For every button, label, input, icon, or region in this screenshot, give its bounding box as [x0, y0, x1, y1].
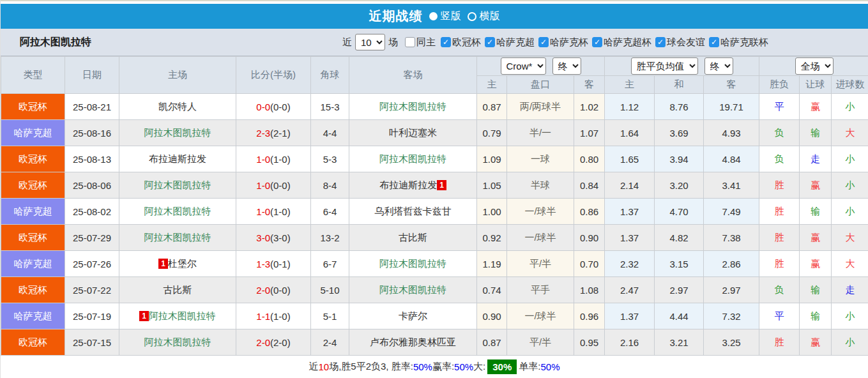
odds-time-select-1[interactable]: 终	[552, 57, 581, 75]
summary-segment: 近	[308, 361, 318, 373]
home-team-name[interactable]: 杜堡尔	[168, 258, 197, 269]
away-team-name[interactable]: 卡萨尔	[399, 310, 427, 321]
league-filter[interactable]: ✓球会友谊	[651, 36, 705, 49]
result-cell: 胜	[759, 199, 800, 225]
odds-cell: 0.80	[574, 146, 605, 172]
checkbox-checked-icon[interactable]: ✓	[655, 37, 666, 47]
home-team-name[interactable]: 布拉迪斯拉发	[149, 153, 206, 164]
odds-cell: 1.08	[574, 277, 605, 303]
avg-odds-cell: 1.37	[605, 303, 655, 329]
home-team-name[interactable]: 古比斯	[164, 284, 192, 295]
avg-odds-cell: 4.70	[655, 199, 704, 225]
halftime-score: (0-1)	[270, 259, 291, 269]
away-team-name[interactable]: 卢布尔雅那奥林匹亚	[370, 336, 456, 347]
avg-odds-cell: 1.37	[605, 225, 655, 251]
corners-cell: 6-4	[311, 199, 349, 225]
odds-source-select[interactable]: Crow*	[501, 57, 546, 75]
layout-vertical-label[interactable]: 竖版	[441, 10, 461, 23]
layout-horizontal-label[interactable]: 横版	[480, 10, 500, 23]
handicap-result-cell: 赢	[800, 172, 832, 199]
avg-odds-cell: 4.84	[704, 146, 759, 172]
odds-cell: 0.87	[477, 94, 507, 120]
home-team-cell: 阿拉木图凯拉特	[119, 120, 236, 146]
away-team-name[interactable]: 阿拉木图凯拉特	[379, 153, 446, 164]
handicap-result-cell: 赢	[800, 225, 832, 251]
handicap-cell: 两/两球半	[507, 94, 574, 120]
fulltime-score: 2-3	[256, 128, 270, 139]
fulltime-score: 1-0	[256, 206, 270, 217]
goals-result-cell: 走	[832, 277, 868, 303]
league-filter[interactable]: ✓哈萨克超	[481, 36, 535, 49]
checkbox-checked-icon[interactable]: ✓	[441, 37, 451, 47]
away-team-name[interactable]: 叶利迈塞米	[389, 127, 437, 138]
col-header-corner: 角球	[311, 57, 349, 94]
layout-option-horizontal[interactable]: 横版	[468, 10, 500, 23]
date-cell: 25-07-15	[65, 329, 119, 356]
same-home-checkbox[interactable]	[405, 37, 415, 47]
score-cell: 1-0(0-0)	[236, 172, 311, 199]
recent-count-select[interactable]: 10	[355, 34, 385, 50]
odds-cell: 0.74	[477, 277, 507, 303]
summary-segment: 30%	[487, 359, 517, 374]
checkbox-checked-icon[interactable]: ✓	[709, 37, 719, 47]
halftime-score: (1-0)	[270, 206, 291, 217]
home-team-name[interactable]: 阿拉木图凯拉特	[144, 232, 211, 243]
league-filter[interactable]: ✓哈萨克杯	[535, 36, 588, 49]
handicap-cell: 一/球半	[507, 199, 574, 225]
home-team-name[interactable]: 阿拉木图凯拉特	[144, 206, 211, 216]
same-home-label: 同主	[416, 36, 436, 49]
away-team-name[interactable]: 布拉迪斯拉发	[379, 179, 437, 190]
date-cell: 25-08-21	[65, 94, 119, 120]
league-filter-label: 哈萨克超	[496, 36, 535, 49]
away-team-name[interactable]: 古比斯	[399, 232, 427, 243]
avg-odds-cell: 3.94	[655, 146, 704, 172]
score-cell: 2-0(0-0)	[236, 277, 311, 303]
date-cell: 25-07-29	[65, 225, 119, 251]
same-home-filter[interactable]: 同主	[401, 36, 436, 49]
avg-odds-cell: 2.97	[704, 277, 759, 303]
avg-odds-cell: 3.25	[704, 329, 759, 356]
handicap-result-cell: 输	[800, 303, 832, 329]
halftime-score: (3-0)	[270, 232, 291, 243]
layout-option-vertical[interactable]: 竖版	[429, 10, 461, 23]
result-cell: 平	[759, 303, 800, 329]
rank-badge: 1	[158, 259, 168, 269]
home-team-name[interactable]: 阿拉木图凯拉特	[144, 179, 211, 190]
odds-select-group: Crow* 终	[477, 57, 605, 76]
result-cell: 负	[759, 277, 800, 303]
radio-unselected-icon[interactable]	[468, 12, 476, 21]
away-team-name[interactable]: 乌利塔哲兹卡兹甘	[375, 206, 452, 216]
handicap-result-cell: 走	[800, 146, 832, 172]
home-team-name[interactable]: 阿拉木图凯拉特	[149, 310, 216, 321]
league-filter[interactable]: ✓哈萨克超杯	[588, 36, 651, 49]
league-cell: 欧冠杯	[1, 146, 65, 172]
league-filter[interactable]: ✓欧冠杯	[437, 36, 481, 49]
score-cell: 1-1(1-0)	[236, 303, 311, 329]
date-cell: 25-08-06	[65, 172, 119, 199]
summary-segment: 50%	[413, 361, 432, 372]
home-team-cell: 阿拉木图凯拉特	[119, 329, 236, 356]
away-team-name[interactable]: 阿拉木图凯拉特	[379, 101, 446, 112]
checkbox-checked-icon[interactable]: ✓	[485, 37, 495, 47]
away-team-name[interactable]: 阿拉木图凯拉特	[379, 284, 446, 295]
home-team-name[interactable]: 阿拉木图凯拉特	[144, 127, 211, 138]
col-header-home: 主场	[119, 57, 236, 94]
odds-time-select-2[interactable]: 终	[704, 57, 733, 75]
league-cell: 哈萨克超	[1, 120, 65, 146]
avg-odds-cell: 2.14	[605, 172, 655, 199]
radio-selected-icon[interactable]	[429, 12, 438, 20]
handicap-result-cell: 输	[800, 277, 832, 303]
halftime-score: (1-0)	[270, 311, 291, 322]
away-team-name[interactable]: 阿拉木图凯拉特	[379, 258, 446, 269]
checkbox-checked-icon[interactable]: ✓	[592, 37, 602, 47]
away-team-cell: 卡萨尔	[349, 303, 477, 329]
home-team-name[interactable]: 凯尔特人	[158, 101, 197, 112]
league-filter-label: 哈萨克联杯	[720, 36, 768, 49]
home-team-name[interactable]: 阿拉木图凯拉特	[144, 336, 211, 347]
away-team-cell: 乌利塔哲兹卡兹甘	[349, 199, 477, 225]
league-filter[interactable]: ✓哈萨克联杯	[705, 36, 768, 49]
halftime-score: (2-1)	[270, 128, 291, 139]
scope-select[interactable]: 全场	[795, 57, 834, 75]
avg-type-select[interactable]: 胜平负均值	[631, 57, 698, 75]
checkbox-checked-icon[interactable]: ✓	[538, 37, 549, 47]
